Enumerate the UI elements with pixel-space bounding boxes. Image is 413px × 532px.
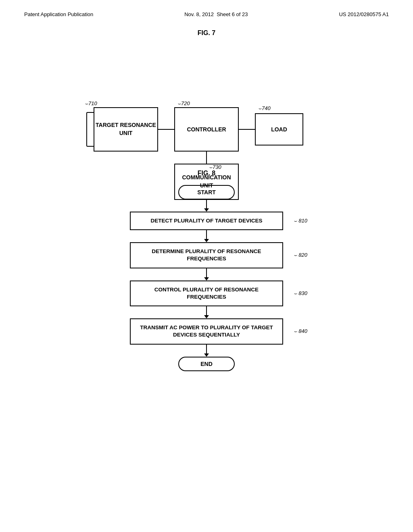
line-ctrl-comm bbox=[206, 152, 207, 164]
header-middle: Nov. 8, 2012 Sheet 6 of 23 bbox=[184, 11, 248, 17]
arrow-start-810 bbox=[204, 200, 209, 212]
header-right: US 2012/0280575 A1 bbox=[339, 11, 389, 17]
arrow-820-830 bbox=[204, 268, 209, 281]
fig7-section: FIG. 7 ⌣710 TARGET RESONANCE UNIT ⌣720 C… bbox=[0, 21, 413, 166]
line-ctrl-load bbox=[239, 129, 255, 130]
fig7-label: FIG. 7 bbox=[198, 29, 215, 37]
ref-830: ⌣ 830 bbox=[294, 290, 307, 297]
step-830-box: CONTROL PLURALITY OF RESONANCE FREQUENCI… bbox=[130, 281, 283, 306]
end-oval: END bbox=[178, 357, 235, 371]
ref-840: ⌣ 840 bbox=[294, 328, 307, 335]
step-810-row: DETECT PLURALITY OF TARGET DEVICES ⌣ 810 bbox=[130, 212, 283, 230]
step-810-box: DETECT PLURALITY OF TARGET DEVICES bbox=[130, 212, 283, 230]
arrow-830-840 bbox=[204, 306, 209, 318]
load-block: LOAD bbox=[255, 113, 303, 145]
ref-820: ⌣ 820 bbox=[294, 252, 307, 258]
step-830-row: CONTROL PLURALITY OF RESONANCE FREQUENCI… bbox=[130, 281, 283, 306]
ref-710: ⌣710 bbox=[85, 100, 97, 107]
page-header: Patent Application Publication Nov. 8, 2… bbox=[0, 0, 413, 21]
ref-740: ⌣740 bbox=[258, 105, 271, 112]
step-840-box: TRANSMIT AC POWER TO PLURALITY OF TARGET… bbox=[130, 318, 283, 344]
ref-810: ⌣ 810 bbox=[294, 218, 307, 224]
controller-block: CONTROLLER bbox=[174, 107, 239, 152]
ref-720: ⌣720 bbox=[177, 100, 190, 107]
step-820-box: DETERMINE PLURALITY OF RESONANCEFREQUENC… bbox=[130, 242, 283, 268]
header-left: Patent Application Publication bbox=[24, 11, 93, 17]
comm-unit-block: COMMUNICATION UNIT bbox=[174, 164, 239, 200]
target-resonance-unit-block: TARGET RESONANCE UNIT bbox=[94, 107, 158, 152]
step-840-row: TRANSMIT AC POWER TO PLURALITY OF TARGET… bbox=[130, 318, 283, 344]
step-820-row: DETERMINE PLURALITY OF RESONANCEFREQUENC… bbox=[130, 242, 283, 268]
flowchart: START DETECT PLURALITY OF TARGET DEVICES… bbox=[130, 185, 283, 371]
arrow-840-end bbox=[204, 345, 209, 357]
line-tru-ctrl bbox=[158, 129, 174, 130]
arrow-810-820 bbox=[204, 230, 209, 242]
